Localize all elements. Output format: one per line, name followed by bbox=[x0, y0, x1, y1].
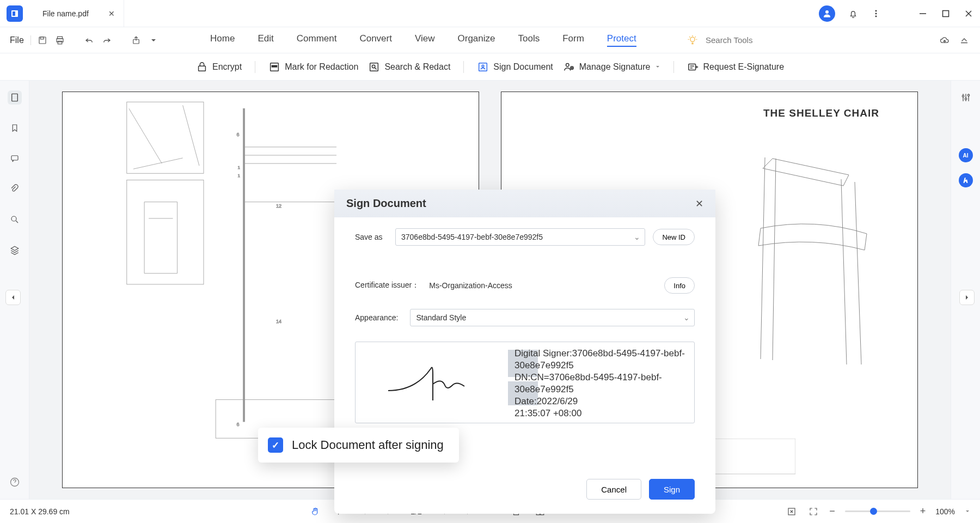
chevron-down-icon[interactable] bbox=[965, 509, 970, 514]
attachment-icon[interactable] bbox=[8, 182, 22, 196]
dialog-overlay: Sign Document ✕ Save as 3706e8bd-5495-41… bbox=[29, 81, 951, 499]
chevron-down-icon bbox=[655, 64, 660, 70]
new-id-button[interactable]: New ID bbox=[653, 229, 695, 245]
redo-icon[interactable] bbox=[101, 34, 113, 46]
tab-view[interactable]: View bbox=[415, 33, 435, 47]
hand-tool-icon[interactable] bbox=[309, 506, 321, 518]
manage-sig-icon bbox=[563, 61, 575, 73]
svg-rect-17 bbox=[199, 66, 206, 71]
svg-point-24 bbox=[566, 63, 569, 66]
prev-page-chip[interactable] bbox=[5, 290, 21, 305]
svg-point-5 bbox=[875, 15, 877, 17]
collapse-icon[interactable] bbox=[958, 34, 970, 46]
print-icon[interactable] bbox=[54, 34, 66, 46]
actual-size-icon[interactable] bbox=[786, 506, 798, 518]
sign-document-button[interactable]: Sign Document bbox=[477, 61, 553, 73]
help-icon[interactable] bbox=[8, 475, 22, 489]
svg-rect-26 bbox=[688, 64, 695, 70]
thumbnails-icon[interactable] bbox=[8, 90, 22, 105]
svg-point-50 bbox=[965, 98, 966, 100]
close-window-icon[interactable] bbox=[964, 9, 973, 19]
lock-text: Lock Document after signing bbox=[292, 438, 444, 452]
undo-icon[interactable] bbox=[83, 34, 95, 46]
manage-signature-button[interactable]: Manage Signature bbox=[563, 61, 660, 73]
page-dimensions: 21.01 X 29.69 cm bbox=[10, 507, 70, 516]
protect-toolbar: Encrypt Mark for Redaction Search & Reda… bbox=[0, 53, 980, 81]
dropdown-icon[interactable] bbox=[148, 34, 160, 46]
save-as-select[interactable]: 3706e8bd-5495-4197-bebf-30e8e7e992f5 ⌄ bbox=[395, 228, 645, 246]
appearance-select[interactable]: Standard Style ⌄ bbox=[410, 309, 695, 326]
svg-point-23 bbox=[482, 65, 485, 67]
user-avatar[interactable] bbox=[819, 5, 835, 22]
signature-preview: Digital Signer:3706e8bd-5495-4197-bebf-3… bbox=[355, 342, 695, 423]
chevron-down-icon: ⌄ bbox=[634, 233, 640, 241]
save-icon[interactable] bbox=[36, 34, 48, 46]
cert-issuer-value: Ms-Organization-Access bbox=[429, 281, 512, 290]
search-side-icon[interactable] bbox=[8, 212, 22, 227]
tab-convert[interactable]: Convert bbox=[359, 33, 392, 47]
encrypt-button[interactable]: Encrypt bbox=[196, 61, 242, 73]
file-menu[interactable]: File bbox=[10, 35, 31, 45]
svg-rect-28 bbox=[11, 156, 18, 160]
checkbox-checked-icon[interactable]: ✓ bbox=[268, 437, 283, 453]
svg-point-49 bbox=[962, 95, 964, 97]
chevron-down-icon: ⌄ bbox=[683, 313, 690, 322]
save-as-label: Save as bbox=[355, 233, 388, 241]
maximize-icon[interactable] bbox=[941, 9, 951, 19]
svg-rect-14 bbox=[58, 41, 62, 44]
zoom-out-icon[interactable]: − bbox=[829, 506, 835, 517]
svg-rect-7 bbox=[943, 10, 949, 16]
close-icon[interactable]: ✕ bbox=[108, 9, 115, 18]
search-input[interactable] bbox=[706, 35, 782, 45]
kebab-icon[interactable] bbox=[871, 9, 881, 19]
tab-home[interactable]: Home bbox=[210, 33, 235, 47]
request-esig-button[interactable]: Request E-Signature bbox=[687, 61, 785, 73]
cancel-button[interactable]: Cancel bbox=[586, 479, 641, 500]
next-page-chip[interactable] bbox=[959, 290, 975, 305]
dialog-title: Sign Document bbox=[346, 197, 426, 210]
sign-document-dialog: Sign Document ✕ Save as 3706e8bd-5495-41… bbox=[334, 190, 715, 514]
cert-issuer-label: Certificate issuer： bbox=[355, 281, 419, 290]
svg-point-3 bbox=[875, 10, 877, 11]
dialog-close-button[interactable]: ✕ bbox=[695, 198, 703, 210]
svg-point-4 bbox=[875, 13, 877, 14]
tab-form[interactable]: Form bbox=[562, 33, 584, 47]
cloud-icon[interactable] bbox=[939, 34, 951, 46]
menu-bar: File Home Edit Comment Convert View Orga… bbox=[0, 27, 980, 53]
main-tabs: Home Edit Comment Convert View Organize … bbox=[210, 33, 636, 47]
main-area: 6 1 1 12 14 6 THE SHELLEY CHAIR bbox=[0, 81, 980, 499]
fullscreen-icon[interactable] bbox=[807, 506, 819, 518]
sign-button[interactable]: Sign bbox=[649, 479, 695, 500]
lock-icon bbox=[196, 61, 208, 73]
tab-edit[interactable]: Edit bbox=[258, 33, 273, 47]
settings-icon[interactable] bbox=[959, 90, 973, 105]
document-tab[interactable]: File name.pdf ✕ bbox=[34, 0, 124, 27]
lightbulb-icon[interactable] bbox=[687, 35, 698, 46]
app-logo[interactable] bbox=[7, 5, 23, 22]
zoom-slider[interactable] bbox=[845, 510, 910, 512]
svg-point-16 bbox=[690, 37, 695, 41]
search-redact-button[interactable]: Search & Redact bbox=[368, 61, 450, 73]
tab-comment[interactable]: Comment bbox=[297, 33, 337, 47]
lock-after-signing-card[interactable]: ✓ Lock Document after signing bbox=[258, 428, 459, 463]
bell-icon[interactable] bbox=[848, 9, 858, 19]
tab-tools[interactable]: Tools bbox=[518, 33, 540, 47]
tab-organize[interactable]: Organize bbox=[458, 33, 495, 47]
tab-filename: File name.pdf bbox=[42, 9, 89, 18]
zoom-in-icon[interactable]: + bbox=[920, 506, 926, 517]
svg-point-29 bbox=[11, 216, 16, 221]
comment-icon[interactable] bbox=[8, 151, 22, 166]
translate-icon[interactable] bbox=[959, 173, 973, 187]
layers-icon[interactable] bbox=[8, 243, 22, 257]
info-button[interactable]: Info bbox=[664, 277, 695, 294]
share-icon[interactable] bbox=[130, 34, 142, 46]
svg-point-51 bbox=[967, 94, 969, 96]
svg-point-2 bbox=[825, 10, 829, 14]
svg-rect-1 bbox=[13, 11, 15, 16]
ai-badge-icon[interactable]: AI bbox=[959, 148, 973, 162]
minimize-icon[interactable] bbox=[918, 9, 928, 19]
mark-redaction-button[interactable]: Mark for Redaction bbox=[268, 61, 358, 73]
zoom-level[interactable]: 100% bbox=[935, 507, 955, 516]
bookmark-icon[interactable] bbox=[8, 121, 22, 135]
tab-protect[interactable]: Protect bbox=[607, 33, 636, 47]
